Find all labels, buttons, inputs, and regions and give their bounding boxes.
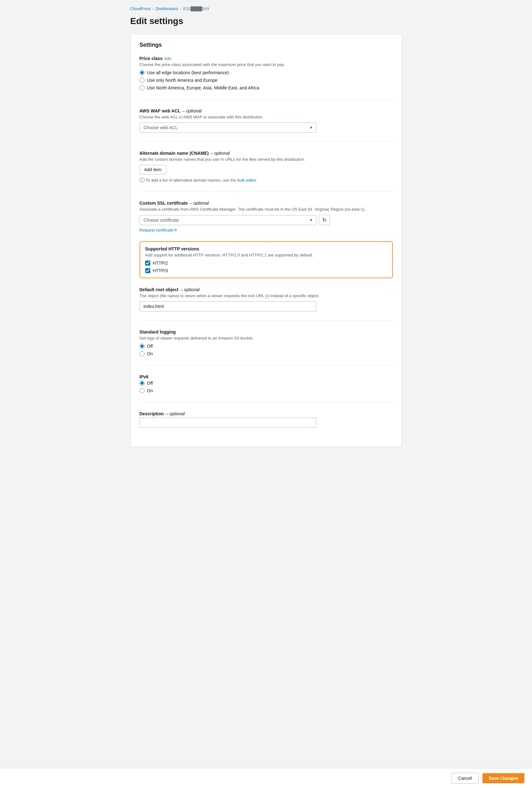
ssl-desc: Associate a certificate from AWS Certifi…	[140, 207, 393, 212]
waf-section: AWS WAF web ACL – optional Choose the we…	[140, 108, 393, 133]
certificate-select[interactable]: Choose certificate	[140, 215, 316, 225]
request-certificate-link[interactable]: Request certificate ⧉	[140, 228, 177, 233]
refresh-certificate-button[interactable]: ↻	[319, 215, 330, 225]
ssl-label: Custom SSL certificate – optional	[140, 200, 393, 205]
info-circle-icon: i	[140, 177, 145, 182]
http2-label: HTTP/2	[153, 260, 168, 265]
price-class-option-na-eu[interactable]: Use only North America and Europe	[140, 78, 393, 83]
price-class-section: Price class Info Choose the price class …	[140, 56, 393, 90]
breadcrumb-sep-1: ›	[152, 7, 154, 11]
cname-section: Alternate domain name (CNAME) – optional…	[140, 151, 393, 182]
add-item-button[interactable]: Add item	[140, 165, 166, 174]
default-root-input[interactable]	[140, 301, 316, 311]
settings-card: Settings Price class Info Choose the pri…	[130, 34, 402, 447]
http3-checkbox-item[interactable]: HTTP/3	[145, 268, 387, 273]
waf-select-wrapper: Choose web ACL ▼	[140, 122, 316, 133]
breadcrumb-distributions[interactable]: Distributions	[156, 6, 178, 11]
default-root-label: Default root object – optional	[140, 287, 393, 292]
external-link-icon: ⧉	[174, 228, 177, 232]
ipv6-label: IPv6	[140, 374, 393, 379]
description-label: Description – optional	[140, 411, 393, 416]
http-versions-checkboxes: HTTP/2 HTTP/3	[145, 260, 387, 273]
ipv6-section: IPv6 Off On	[140, 374, 393, 393]
price-class-desc: Choose the price class associated with t…	[140, 62, 393, 67]
breadcrumb-sep-2: ›	[180, 7, 181, 11]
bulk-editor-note: i To add a list of alternative domain na…	[140, 177, 393, 182]
cname-label: Alternate domain name (CNAME) – optional	[140, 151, 393, 156]
http2-checkbox-item[interactable]: HTTP/2	[145, 260, 387, 265]
default-root-section: Default root object – optional The objec…	[140, 287, 393, 311]
http2-checkbox[interactable]	[145, 260, 150, 265]
ipv6-on-option[interactable]: On	[140, 388, 393, 393]
logging-section: Standard logging Get logs of viewer requ…	[140, 330, 393, 356]
description-input[interactable]	[140, 417, 316, 428]
price-class-info-link[interactable]: Info	[164, 56, 171, 61]
price-class-option-na-eu-asia[interactable]: Use North America, Europe, Asia, Middle …	[140, 85, 393, 90]
http3-checkbox[interactable]	[145, 268, 150, 273]
breadcrumb-cloudfront[interactable]: CloudFront	[130, 6, 150, 11]
refresh-icon: ↻	[322, 217, 326, 223]
price-class-radio-group: Use all edge locations (best performance…	[140, 70, 393, 90]
logging-label: Standard logging	[140, 330, 393, 334]
price-class-option-all[interactable]: Use all edge locations (best performance…	[140, 70, 393, 75]
logging-on-option[interactable]: On	[140, 351, 393, 356]
waf-label: AWS WAF web ACL – optional	[140, 108, 393, 113]
page-title: Edit settings	[130, 16, 402, 26]
ipv6-radio-group: Off On	[140, 380, 393, 393]
http3-label: HTTP/3	[153, 268, 168, 273]
breadcrumb: CloudFront › Distributions › E31████5AY	[130, 6, 402, 11]
description-section: Description – optional	[140, 411, 393, 428]
card-title: Settings	[140, 42, 393, 48]
http-versions-desc: Add support for additional HTTP versions…	[145, 253, 387, 257]
logging-off-option[interactable]: Off	[140, 343, 393, 349]
waf-desc: Choose the web ACL in AWS WAF to associa…	[140, 115, 393, 119]
certificate-row: Choose certificate ▼ ↻	[140, 215, 393, 225]
logging-radio-group: Off On	[140, 343, 393, 356]
http-versions-section: Supported HTTP versions Add support for …	[140, 241, 393, 278]
default-root-desc: The object (file name) to return when a …	[140, 293, 393, 298]
bulk-editor-link[interactable]: bulk editor.	[238, 178, 257, 182]
logging-desc: Get logs of viewer requests delivered to…	[140, 336, 393, 340]
ssl-section: Custom SSL certificate – optional Associ…	[140, 200, 393, 233]
ipv6-off-option[interactable]: Off	[140, 380, 393, 386]
certificate-select-wrapper: Choose certificate ▼	[140, 215, 316, 225]
cname-desc: Add the custom domain names that you use…	[140, 157, 393, 162]
price-class-label: Price class Info	[140, 56, 393, 61]
http-versions-title: Supported HTTP versions	[145, 247, 387, 251]
breadcrumb-current: E31████5AY	[183, 6, 210, 11]
waf-select[interactable]: Choose web ACL	[140, 122, 316, 133]
